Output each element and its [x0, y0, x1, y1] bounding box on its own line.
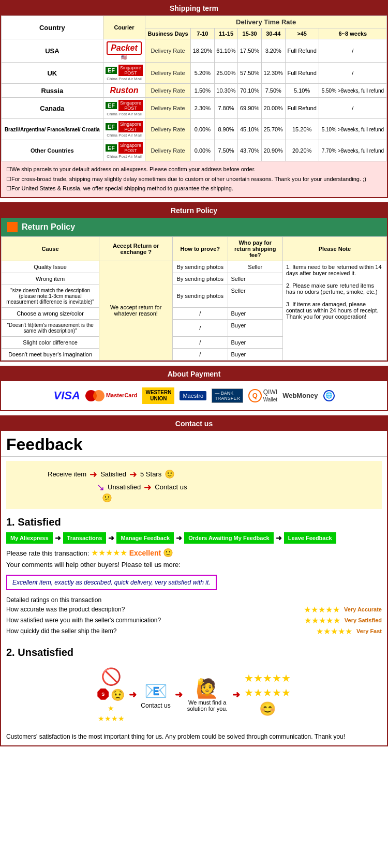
who-wrong-size: Buyer	[228, 307, 282, 319]
rating-stars-1: ★★★★★	[304, 605, 340, 615]
sad-smiley: 😕	[102, 493, 112, 502]
unsatisfied-arrow-3: ➜	[232, 689, 240, 700]
cause-wrong-size: Choose a wrong size/color	[2, 307, 99, 319]
usa-flag: 🇺🇸	[121, 55, 127, 60]
orange-box-icon	[7, 222, 18, 232]
delivery-rate-brazil: Delivery Rate	[145, 119, 191, 140]
payment-logos-container: VISA MasterCard WESTERNUNION Maestro — B…	[1, 381, 387, 410]
who-quality: Seller	[228, 261, 282, 273]
col-30-44: 30-44	[261, 28, 285, 39]
other-11-15: 7.50%	[214, 140, 238, 161]
usa-7-10: 18.20%	[191, 39, 215, 63]
col-15-30: 15-30	[238, 28, 262, 39]
contact-us-label: Contact us	[141, 702, 170, 709]
visa-logo: VISA	[53, 389, 80, 402]
one-star: ★	[108, 704, 114, 712]
comment-prompt: Your comments will help other buyers! Pl…	[6, 561, 382, 568]
please-note-cell: 1. Items need to be returned within 14 d…	[282, 261, 386, 360]
prove-header: How to prove?	[173, 236, 228, 261]
shipping-note-3: ☐For United States & Russia, we offer sp…	[6, 184, 382, 193]
canada-11-15: 7.80%	[214, 98, 238, 119]
detailed-ratings-title: Detailed ratings on this transaction	[6, 596, 382, 604]
note-2: 2. Please make sure retuned items has no…	[286, 282, 383, 295]
other-45: 20.20%	[285, 140, 319, 161]
delivery-rate-usa: Delivery Rate	[145, 39, 191, 63]
webmoney-globe-icon: 🌐	[323, 390, 335, 401]
sad-smiley-container: 😕	[102, 493, 112, 503]
flow-arrow-3: ➜	[176, 534, 182, 542]
feedback-flow: Receive item ➜ Satisfied ➜ 5 Stars 🙂 ↘ U…	[17, 467, 371, 503]
russia-30-44: 7.50%	[261, 84, 285, 98]
step-transactions: Transactions	[63, 532, 107, 544]
rating-row-1: How accurate was the product description…	[6, 605, 382, 615]
contact-us-text: Contact us	[155, 483, 187, 491]
other-30-44: 20.90%	[261, 140, 285, 161]
rate-text: Please rate this transaction:	[6, 549, 89, 557]
step-leave-feedback: Leave Feedback	[284, 532, 336, 544]
maestro-logo: Maestro	[180, 391, 206, 400]
contact-section: Contact us Feedback Receive item ➜ Satis…	[0, 415, 388, 746]
mastercard-logo: MasterCard	[85, 390, 138, 401]
arrow-right-2: ➜	[129, 469, 137, 480]
table-row: Canada EF SingaporePOST China Post Air M…	[2, 98, 387, 119]
courier-other: EF SingaporePOST China Post Air Mail	[103, 140, 145, 161]
usa-11-15: 61.10%	[214, 39, 238, 63]
unsatisfied-arrow-2: ➜	[175, 689, 183, 700]
country-header: Country	[2, 16, 103, 39]
flow-arrow-2: ➜	[108, 534, 114, 542]
unsatisfied-title: 2. Unsatisfied	[6, 647, 382, 659]
country-canada: Canada	[2, 98, 103, 119]
prove-wrong: By sending photos	[173, 273, 228, 285]
rate-stars: ★★★★★	[91, 548, 127, 557]
brazil-6-8weeks: 5.10% >8weeks, full refund	[319, 119, 386, 140]
uk-30-44: 12.30%	[261, 63, 285, 84]
usa-45: Full Refund	[285, 39, 319, 63]
brazil-15-30: 45.10%	[238, 119, 262, 140]
ef-logo-brazil: EF	[106, 123, 117, 130]
canada-7-10: 2.30%	[191, 98, 215, 119]
courier-uk: EF SingaporePOST China Post Air Mail	[103, 63, 145, 84]
table-row: Russia Ruston Delivery Rate 1.50% 10.30%…	[2, 84, 387, 98]
ef-logo-other: EF	[106, 144, 117, 152]
ruston-logo: Ruston	[105, 86, 143, 95]
singapore-post-brazil: EF SingaporePOST China Post Air Mail	[105, 121, 143, 138]
no-stop-icon: 🚫 S 😟 ★ ★★★★	[97, 667, 125, 723]
country-uk: UK	[2, 63, 103, 84]
uk-6-8weeks: /	[319, 63, 386, 84]
brazil-30-44: 25.70%	[261, 119, 285, 140]
col-business-days: Business Days	[145, 28, 191, 39]
accept-all: We accept return for whatever reason!	[99, 261, 173, 360]
rating-row-2: How satisfied were you with the seller's…	[6, 616, 382, 625]
unsatisfied-text: Unsatisfied	[108, 483, 141, 491]
canada-45: Full Refund	[285, 98, 319, 119]
prove-imagination: /	[173, 348, 228, 360]
uk-7-10: 5.20%	[191, 63, 215, 84]
unsatisfied-arrow-1: ➜	[129, 689, 137, 700]
unsatisfied-section: 2. Unsatisfied 🚫 S 😟 ★ ★★★★ ➜ 📧 Contact …	[1, 647, 387, 745]
courier-header: Courier	[103, 16, 145, 39]
packet-logo: Packet	[107, 41, 142, 55]
shipping-header: Shipping term	[1, 1, 387, 16]
five-stars-text: 5 Stars	[140, 470, 161, 478]
step-orders-awaiting: Orders Awaiting My Feedback	[184, 532, 274, 544]
cause-imagination: Doesn't meet buyer's imagination	[2, 348, 99, 360]
rating-label-1: How accurate was the product description…	[6, 606, 300, 613]
uk-11-15: 25.00%	[214, 63, 238, 84]
other-7-10: 0.00%	[191, 140, 215, 161]
table-row: UK EF SingaporePOST China Post Air Mail …	[2, 63, 387, 84]
who-size: Seller	[228, 285, 282, 307]
shipping-table: Country Courier Delivery Time Rate Busin…	[1, 16, 387, 161]
usa-6-8weeks: /	[319, 39, 386, 63]
feedback-flow-box: Receive item ➜ Satisfied ➜ 5 Stars 🙂 ↘ U…	[6, 461, 382, 509]
country-russia: Russia	[2, 84, 103, 98]
comment-box-wrapper: Excellent item, exactly as described, qu…	[6, 572, 382, 593]
arrow-right-1: ➜	[89, 469, 97, 480]
rating-stars-2: ★★★★★	[304, 616, 340, 625]
detailed-ratings: Detailed ratings on this transaction How…	[6, 596, 382, 636]
country-brazil: Brazil/Argentina/ France/Israel/ Croatia	[2, 119, 103, 140]
chinapost-other: China Post Air Mail	[107, 154, 142, 159]
col-45: >45	[285, 28, 319, 39]
qiwi-text: QIWIWallet	[263, 388, 277, 403]
prove-wrong-size: /	[173, 307, 228, 319]
singapore-post-logo: EF SingaporePOST China Post Air Mail	[105, 65, 143, 81]
